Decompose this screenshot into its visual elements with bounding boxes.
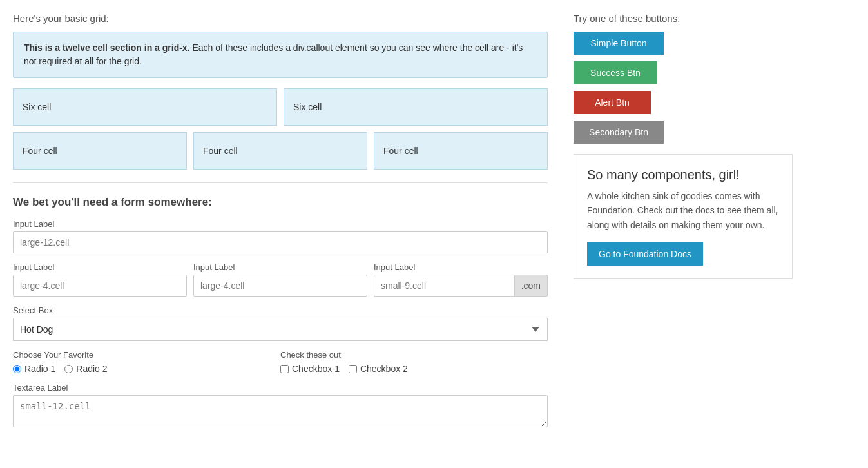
component-card-title: So many components, girl!	[587, 168, 779, 182]
secondary-button[interactable]: Secondary Btn	[574, 121, 664, 144]
cell-six-2: Six cell	[284, 88, 548, 126]
cell-four-3: Four cell	[374, 132, 548, 170]
radio-1-label: Radio 1	[24, 364, 55, 374]
cell-six-1: Six cell	[13, 88, 277, 126]
input-group-full: Input Label	[13, 219, 548, 253]
callout-box: This is a twelve cell section in a grid-…	[13, 32, 548, 78]
foundation-docs-button[interactable]: Go to Foundation Docs	[587, 242, 703, 266]
radio-checkbox-row: Choose Your Favorite Radio 1 Radio 2 Che	[13, 350, 548, 374]
radio-items: Radio 1 Radio 2	[13, 364, 280, 374]
cell-four-1: Four cell	[13, 132, 187, 170]
checkbox-group-label: Check these out	[280, 350, 548, 360]
try-buttons-title: Try one of these buttons:	[574, 13, 793, 24]
checkbox-2-label: Checkbox 2	[360, 364, 408, 374]
radio-1-input[interactable]	[13, 365, 21, 373]
simple-button[interactable]: Simple Button	[574, 32, 664, 55]
radio-group-label: Choose Your Favorite	[13, 350, 280, 360]
input-label-col2: Input Label	[193, 262, 367, 272]
checkbox-1-input[interactable]	[280, 365, 289, 373]
checkbox-group: Check these out Checkbox 1 Checkbox 2	[280, 350, 548, 374]
form-title: We bet you'll need a form somewhere:	[13, 196, 548, 209]
select-box[interactable]: Hot Dog Hamburger Pizza Salad	[13, 318, 548, 341]
checkbox-2-item[interactable]: Checkbox 2	[349, 364, 408, 374]
input-label-col3: Input Label	[374, 262, 548, 272]
textarea-field[interactable]	[13, 395, 548, 427]
select-label: Select Box	[13, 306, 548, 315]
callout-bold: This is a twelve cell section in a grid-…	[24, 43, 190, 53]
checkbox-1-label: Checkbox 1	[292, 364, 340, 374]
radio-2-label: Radio 2	[76, 364, 107, 374]
cell-four-2: Four cell	[193, 132, 367, 170]
grid-row-four: Four cell Four cell Four cell	[13, 132, 548, 170]
input-group-col2: Input Label	[193, 262, 367, 297]
grid-section-title: Here's your basic grid:	[13, 13, 548, 24]
success-button[interactable]: Success Btn	[574, 61, 657, 84]
input-addon-wrapper: .com	[374, 275, 548, 297]
input-col1[interactable]	[13, 275, 187, 297]
input-addon: .com	[514, 275, 548, 297]
form-section: We bet you'll need a form somewhere: Inp…	[13, 196, 548, 429]
sidebar: Try one of these buttons: Simple Button …	[561, 6, 805, 462]
form-row-three-cols: Input Label Input Label Input Label .com	[13, 262, 548, 297]
component-card-text: A whole kitchen sink of goodies comes wi…	[587, 189, 779, 232]
input-label-col1: Input Label	[13, 262, 187, 272]
component-card: So many components, girl! A whole kitche…	[574, 154, 793, 279]
radio-1-item[interactable]: Radio 1	[13, 364, 55, 374]
select-group: Select Box Hot Dog Hamburger Pizza Salad	[13, 306, 548, 341]
input-col2[interactable]	[193, 275, 367, 297]
section-divider	[13, 182, 548, 183]
textarea-label: Textarea Label	[13, 383, 548, 393]
input-group-col1: Input Label	[13, 262, 187, 297]
input-col3[interactable]	[374, 275, 514, 297]
alert-button[interactable]: Alert Btn	[574, 91, 651, 114]
grid-row-six: Six cell Six cell	[13, 88, 548, 126]
checkbox-2-input[interactable]	[349, 365, 357, 373]
checkbox-items: Checkbox 1 Checkbox 2	[280, 364, 548, 374]
input-group-col3: Input Label .com	[374, 262, 548, 297]
checkbox-1-item[interactable]: Checkbox 1	[280, 364, 340, 374]
input-label-full: Input Label	[13, 219, 548, 229]
textarea-group: Textarea Label	[13, 383, 548, 429]
radio-2-item[interactable]: Radio 2	[64, 364, 107, 374]
radio-group: Choose Your Favorite Radio 1 Radio 2	[13, 350, 280, 374]
radio-2-input[interactable]	[64, 365, 73, 373]
input-full[interactable]	[13, 231, 548, 253]
